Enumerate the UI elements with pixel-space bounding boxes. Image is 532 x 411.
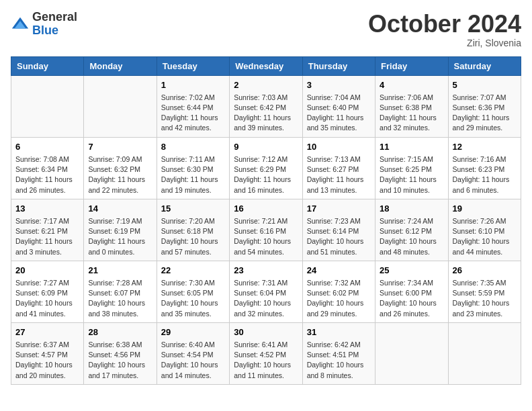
day-info: Sunrise: 7:27 AMSunset: 6:09 PMDaylight:… <box>15 278 79 319</box>
calendar-week-row: 20Sunrise: 7:27 AMSunset: 6:09 PMDayligh… <box>11 261 521 322</box>
day-number: 26 <box>453 265 517 277</box>
day-info: Sunrise: 7:21 AMSunset: 6:16 PMDaylight:… <box>234 216 298 257</box>
day-info: Sunrise: 7:11 AMSunset: 6:30 PMDaylight:… <box>161 154 225 195</box>
day-info: Sunrise: 7:32 AMSunset: 6:02 PMDaylight:… <box>307 278 371 319</box>
day-number: 6 <box>15 141 79 153</box>
calendar-cell: 22Sunrise: 7:30 AMSunset: 6:05 PMDayligh… <box>157 261 229 322</box>
logo-general-text: General <box>32 10 77 24</box>
day-info: Sunrise: 7:20 AMSunset: 6:18 PMDaylight:… <box>161 216 225 257</box>
day-number: 16 <box>234 203 298 215</box>
calendar-cell: 28Sunrise: 6:38 AMSunset: 4:56 PMDayligh… <box>84 322 157 384</box>
calendar-cell: 20Sunrise: 7:27 AMSunset: 6:09 PMDayligh… <box>11 261 84 322</box>
calendar-cell: 1Sunrise: 7:02 AMSunset: 6:44 PMDaylight… <box>157 75 229 137</box>
day-info: Sunrise: 7:15 AMSunset: 6:25 PMDaylight:… <box>380 154 443 195</box>
day-info: Sunrise: 6:38 AMSunset: 4:56 PMDaylight:… <box>88 340 152 381</box>
calendar-cell: 9Sunrise: 7:12 AMSunset: 6:29 PMDaylight… <box>230 137 302 199</box>
day-number: 9 <box>234 141 298 153</box>
day-info: Sunrise: 7:03 AMSunset: 6:42 PMDaylight:… <box>234 93 298 134</box>
calendar-cell: 17Sunrise: 7:23 AMSunset: 6:14 PMDayligh… <box>302 199 375 261</box>
day-number: 2 <box>234 79 298 91</box>
day-number: 14 <box>88 203 152 215</box>
calendar-cell: 10Sunrise: 7:13 AMSunset: 6:27 PMDayligh… <box>302 137 375 199</box>
month-title: October 2024 <box>368 11 521 38</box>
day-info: Sunrise: 7:23 AMSunset: 6:14 PMDaylight:… <box>307 216 371 257</box>
calendar-cell <box>84 75 157 137</box>
calendar-cell: 26Sunrise: 7:35 AMSunset: 5:59 PMDayligh… <box>448 261 521 322</box>
calendar-cell: 31Sunrise: 6:42 AMSunset: 4:51 PMDayligh… <box>302 322 375 384</box>
day-info: Sunrise: 7:04 AMSunset: 6:40 PMDaylight:… <box>307 93 371 134</box>
day-info: Sunrise: 7:07 AMSunset: 6:36 PMDaylight:… <box>453 93 517 134</box>
weekday-header: Friday <box>375 56 448 75</box>
day-number: 13 <box>15 203 79 215</box>
day-number: 11 <box>380 141 443 153</box>
calendar-cell: 27Sunrise: 6:37 AMSunset: 4:57 PMDayligh… <box>11 322 84 384</box>
weekday-header: Sunday <box>11 56 84 75</box>
day-number: 21 <box>88 265 152 277</box>
calendar-week-row: 27Sunrise: 6:37 AMSunset: 4:57 PMDayligh… <box>11 322 521 384</box>
day-number: 27 <box>15 326 79 338</box>
calendar-week-row: 6Sunrise: 7:08 AMSunset: 6:34 PMDaylight… <box>11 137 521 199</box>
day-number: 18 <box>380 203 443 215</box>
day-number: 5 <box>453 79 517 91</box>
calendar-cell: 13Sunrise: 7:17 AMSunset: 6:21 PMDayligh… <box>11 199 84 261</box>
day-number: 30 <box>234 326 298 338</box>
weekday-header: Wednesday <box>230 56 302 75</box>
day-info: Sunrise: 7:08 AMSunset: 6:34 PMDaylight:… <box>15 154 79 195</box>
calendar-cell: 16Sunrise: 7:21 AMSunset: 6:16 PMDayligh… <box>230 199 302 261</box>
day-info: Sunrise: 7:31 AMSunset: 6:04 PMDaylight:… <box>234 278 298 319</box>
calendar-cell: 5Sunrise: 7:07 AMSunset: 6:36 PMDaylight… <box>448 75 521 137</box>
day-number: 31 <box>307 326 371 338</box>
calendar-week-row: 1Sunrise: 7:02 AMSunset: 6:44 PMDaylight… <box>11 75 521 137</box>
day-number: 25 <box>380 265 443 277</box>
day-number: 29 <box>161 326 225 338</box>
day-number: 15 <box>161 203 225 215</box>
day-number: 19 <box>453 203 517 215</box>
weekday-header-row: SundayMondayTuesdayWednesdayThursdayFrid… <box>11 56 521 75</box>
day-info: Sunrise: 6:40 AMSunset: 4:54 PMDaylight:… <box>161 340 225 381</box>
logo-blue-text: Blue <box>32 24 58 37</box>
day-number: 10 <box>307 141 371 153</box>
calendar-cell: 6Sunrise: 7:08 AMSunset: 6:34 PMDaylight… <box>11 137 84 199</box>
day-info: Sunrise: 7:19 AMSunset: 6:19 PMDaylight:… <box>88 216 152 257</box>
location: Ziri, Slovenia <box>368 38 521 48</box>
calendar-cell <box>375 322 448 384</box>
day-info: Sunrise: 7:35 AMSunset: 5:59 PMDaylight:… <box>453 278 517 319</box>
day-number: 4 <box>380 79 443 91</box>
calendar-table: SundayMondayTuesdayWednesdayThursdayFrid… <box>11 56 521 385</box>
day-info: Sunrise: 7:12 AMSunset: 6:29 PMDaylight:… <box>234 154 298 195</box>
day-number: 23 <box>234 265 298 277</box>
logo: General Blue <box>11 11 77 38</box>
day-info: Sunrise: 7:28 AMSunset: 6:07 PMDaylight:… <box>88 278 152 319</box>
calendar-cell: 18Sunrise: 7:24 AMSunset: 6:12 PMDayligh… <box>375 199 448 261</box>
day-number: 3 <box>307 79 371 91</box>
weekday-header: Monday <box>84 56 157 75</box>
day-info: Sunrise: 7:06 AMSunset: 6:38 PMDaylight:… <box>380 93 443 134</box>
calendar-cell: 15Sunrise: 7:20 AMSunset: 6:18 PMDayligh… <box>157 199 229 261</box>
day-info: Sunrise: 7:13 AMSunset: 6:27 PMDaylight:… <box>307 154 371 195</box>
calendar-cell: 24Sunrise: 7:32 AMSunset: 6:02 PMDayligh… <box>302 261 375 322</box>
day-info: Sunrise: 6:41 AMSunset: 4:52 PMDaylight:… <box>234 340 298 381</box>
calendar-cell: 21Sunrise: 7:28 AMSunset: 6:07 PMDayligh… <box>84 261 157 322</box>
calendar-cell <box>11 75 84 137</box>
calendar-cell <box>448 322 521 384</box>
day-info: Sunrise: 6:42 AMSunset: 4:51 PMDaylight:… <box>307 340 371 381</box>
logo-icon <box>11 15 30 34</box>
weekday-header: Thursday <box>302 56 375 75</box>
day-number: 17 <box>307 203 371 215</box>
day-number: 24 <box>307 265 371 277</box>
day-info: Sunrise: 6:37 AMSunset: 4:57 PMDaylight:… <box>15 340 79 381</box>
calendar-cell: 11Sunrise: 7:15 AMSunset: 6:25 PMDayligh… <box>375 137 448 199</box>
calendar-cell: 30Sunrise: 6:41 AMSunset: 4:52 PMDayligh… <box>230 322 302 384</box>
day-number: 1 <box>161 79 225 91</box>
day-info: Sunrise: 7:26 AMSunset: 6:10 PMDaylight:… <box>453 216 517 257</box>
calendar-cell: 8Sunrise: 7:11 AMSunset: 6:30 PMDaylight… <box>157 137 229 199</box>
day-info: Sunrise: 7:24 AMSunset: 6:12 PMDaylight:… <box>380 216 443 257</box>
day-info: Sunrise: 7:09 AMSunset: 6:32 PMDaylight:… <box>88 154 152 195</box>
weekday-header: Tuesday <box>157 56 229 75</box>
day-info: Sunrise: 7:17 AMSunset: 6:21 PMDaylight:… <box>15 216 79 257</box>
calendar-week-row: 13Sunrise: 7:17 AMSunset: 6:21 PMDayligh… <box>11 199 521 261</box>
calendar-cell: 4Sunrise: 7:06 AMSunset: 6:38 PMDaylight… <box>375 75 448 137</box>
day-info: Sunrise: 7:16 AMSunset: 6:23 PMDaylight:… <box>453 154 517 195</box>
day-number: 12 <box>453 141 517 153</box>
day-number: 7 <box>88 141 152 153</box>
